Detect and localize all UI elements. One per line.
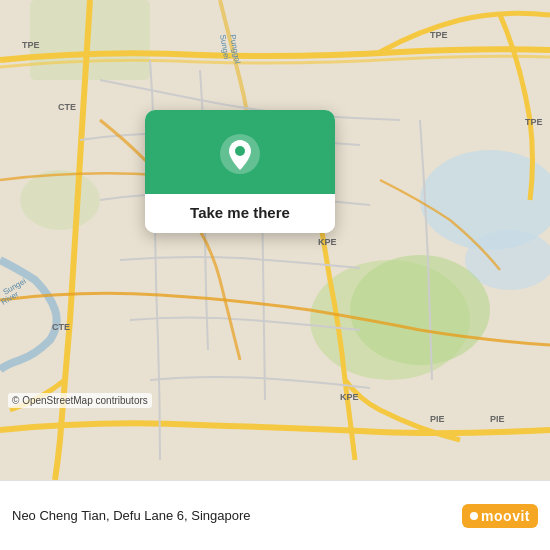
address-text: Neo Cheng Tian, Defu Lane 6, Singapore: [12, 508, 462, 523]
svg-point-5: [20, 170, 100, 230]
moovit-dot: [470, 512, 478, 520]
svg-text:CTE: CTE: [52, 322, 70, 332]
popup-card: Take me there: [145, 110, 335, 233]
copyright-notice: © OpenStreetMap contributors: [8, 393, 152, 408]
svg-text:PIE: PIE: [430, 414, 445, 424]
svg-text:TPE: TPE: [430, 30, 448, 40]
map-container: TPE TPE TPE CTE CTE KPE KPE PIE PIE Sung…: [0, 0, 550, 480]
svg-text:CTE: CTE: [58, 102, 76, 112]
moovit-logo: moovit: [462, 504, 538, 528]
svg-point-6: [350, 255, 490, 365]
moovit-logo-text: moovit: [481, 508, 530, 524]
popup-green-header: [145, 110, 335, 194]
bottom-bar: Neo Cheng Tian, Defu Lane 6, Singapore m…: [0, 480, 550, 550]
svg-text:TPE: TPE: [525, 117, 543, 127]
moovit-logo-box: moovit: [462, 504, 538, 528]
svg-text:KPE: KPE: [340, 392, 359, 402]
svg-point-22: [235, 146, 245, 156]
svg-text:KPE: KPE: [318, 237, 337, 247]
location-pin-icon: [218, 132, 262, 176]
svg-text:TPE: TPE: [22, 40, 40, 50]
svg-text:PIE: PIE: [490, 414, 505, 424]
take-me-there-button[interactable]: Take me there: [145, 194, 335, 233]
